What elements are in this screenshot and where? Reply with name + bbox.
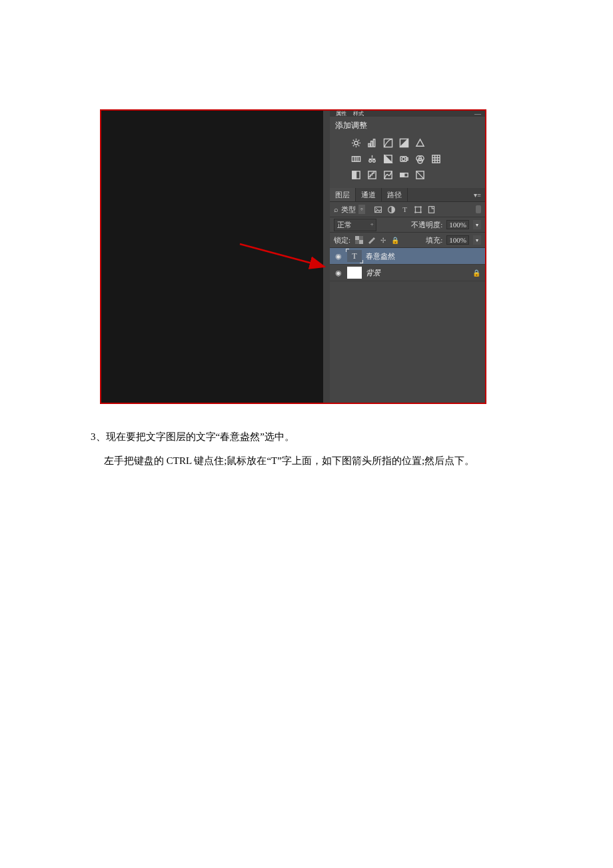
lock-row: 锁定: ✢ 🔒 填充: 100% ▾ — [330, 233, 485, 248]
bw-icon[interactable] — [382, 153, 394, 165]
tab-styles[interactable]: 样式 — [353, 110, 364, 117]
gradient-map-icon[interactable] — [398, 169, 410, 181]
brightness-icon[interactable] — [350, 137, 362, 149]
svg-point-43 — [376, 208, 377, 209]
filter-shape-icon[interactable] — [413, 205, 423, 215]
visibility-eye-icon[interactable]: ◉ — [334, 268, 343, 277]
color-lookup-icon[interactable] — [430, 153, 442, 165]
filter-smart-icon[interactable] — [426, 205, 436, 215]
svg-rect-11 — [373, 139, 374, 146]
instruction-step-3: 3、现在要把文字图层的文字“春意盎然”选中。 — [91, 427, 295, 447]
canvas-area — [101, 111, 323, 403]
levels-icon[interactable] — [366, 137, 378, 149]
filter-adjust-icon[interactable] — [386, 205, 396, 215]
svg-rect-25 — [406, 157, 408, 160]
layer-lock-icon: 🔒 — [472, 268, 481, 277]
tab-paths[interactable]: 路径 — [382, 188, 408, 201]
svg-point-21 — [372, 159, 375, 162]
layer-filter-row: ⌕ 类型 ÷ T — [330, 202, 485, 217]
adjustments-row-3 — [330, 167, 485, 183]
tab-properties[interactable]: 属性 — [336, 110, 346, 117]
svg-line-5 — [352, 139, 353, 140]
tab-channels[interactable]: 通道 — [356, 188, 382, 201]
threshold-icon[interactable] — [382, 169, 394, 181]
hue-icon[interactable] — [350, 153, 362, 165]
background-layer-thumbnail[interactable] — [347, 267, 362, 279]
lock-all-icon[interactable]: 🔒 — [390, 235, 400, 245]
svg-line-6 — [358, 145, 358, 145]
posterize-icon[interactable] — [366, 169, 378, 181]
layer-list: ◉ T 春意盎然 ◉ 背景 🔒 — [330, 248, 485, 281]
lock-position-icon[interactable]: ✢ — [378, 235, 388, 245]
opacity-value[interactable]: 100% — [446, 220, 469, 229]
adjustments-row-1 — [330, 135, 485, 151]
instruction-detail: 左手把键盘的 CTRL 键点住;鼠标放在“T”字上面，如下图箭头所指的位置;然后… — [104, 451, 474, 471]
fill-dropdown-icon[interactable]: ▾ — [473, 235, 481, 245]
svg-rect-9 — [368, 143, 369, 147]
svg-point-48 — [414, 211, 416, 213]
opacity-label: 不透明度: — [411, 220, 442, 230]
adjustments-row-2 — [330, 151, 485, 167]
svg-rect-10 — [370, 141, 372, 146]
filter-kind-label: 类型 — [341, 205, 356, 215]
panel-menu-icon[interactable]: ▾≡ — [474, 191, 481, 199]
svg-rect-45 — [415, 207, 420, 212]
layer-filter-icons: T — [373, 205, 436, 215]
dropdown-icon: ÷ — [358, 205, 365, 214]
blend-mode-value: 正常 — [337, 220, 352, 230]
layer-name[interactable]: 春意盎然 — [366, 251, 395, 261]
svg-marker-14 — [416, 139, 423, 145]
vibrance-icon[interactable] — [414, 137, 426, 149]
svg-rect-29 — [432, 155, 439, 162]
curves-icon[interactable] — [382, 137, 394, 149]
selective-color-icon[interactable] — [414, 169, 426, 181]
svg-point-46 — [414, 206, 416, 207]
svg-line-7 — [352, 145, 353, 145]
filter-pixel-icon[interactable] — [373, 205, 383, 215]
svg-rect-35 — [352, 171, 356, 178]
layer-filter-kind[interactable]: ⌕ 类型 ÷ — [334, 205, 365, 215]
svg-point-24 — [402, 157, 405, 161]
canvas-edge — [323, 111, 330, 403]
blend-mode-row: 正常 ÷ 不透明度: 100% ▾ — [330, 217, 485, 233]
svg-point-0 — [354, 141, 358, 145]
svg-point-49 — [420, 211, 421, 213]
visibility-eye-icon[interactable]: ◉ — [334, 251, 343, 261]
lock-pixels-icon[interactable] — [366, 235, 376, 245]
svg-rect-50 — [428, 206, 434, 213]
dropdown-icon: ÷ — [370, 222, 373, 228]
lock-transparency-icon[interactable] — [354, 235, 364, 245]
svg-rect-52 — [359, 240, 363, 244]
layer-name[interactable]: 背景 — [366, 268, 380, 278]
lock-label: 锁定: — [334, 235, 350, 245]
opacity-dropdown-icon[interactable]: ▾ — [473, 220, 481, 229]
photoshop-screenshot: 属性 样式 — 添加调整 — [100, 109, 486, 404]
panel-close-icon[interactable]: — — [474, 110, 481, 117]
fill-value[interactable]: 100% — [446, 235, 469, 245]
adjustments-title: 添加调整 — [330, 117, 485, 135]
color-balance-icon[interactable] — [366, 153, 378, 165]
properties-tabs: 属性 样式 — — [330, 111, 485, 117]
blend-mode-select[interactable]: 正常 ÷ — [334, 219, 376, 231]
layer-row-background[interactable]: ◉ 背景 🔒 — [330, 265, 485, 281]
svg-rect-51 — [355, 236, 359, 240]
fill-label: 填充: — [426, 235, 442, 245]
svg-rect-40 — [400, 173, 404, 177]
invert-icon[interactable] — [350, 169, 362, 181]
tab-layers[interactable]: 图层 — [330, 188, 356, 201]
exposure-icon[interactable] — [398, 137, 410, 149]
adjustments-panel: 添加调整 — [330, 117, 485, 188]
svg-point-20 — [368, 159, 371, 162]
svg-rect-54 — [355, 240, 359, 244]
photo-filter-icon[interactable] — [398, 153, 410, 165]
search-icon: ⌕ — [334, 205, 338, 213]
layer-row-text[interactable]: ◉ T 春意盎然 — [330, 248, 485, 265]
svg-line-8 — [358, 139, 358, 140]
text-layer-thumbnail[interactable]: T — [347, 250, 362, 262]
right-panel-group: 属性 样式 — 添加调整 — [330, 111, 485, 403]
filter-text-icon[interactable]: T — [400, 205, 410, 215]
svg-point-47 — [420, 206, 421, 207]
filter-toggle[interactable] — [476, 205, 481, 213]
channel-mixer-icon[interactable] — [414, 153, 426, 165]
svg-rect-53 — [359, 236, 363, 240]
